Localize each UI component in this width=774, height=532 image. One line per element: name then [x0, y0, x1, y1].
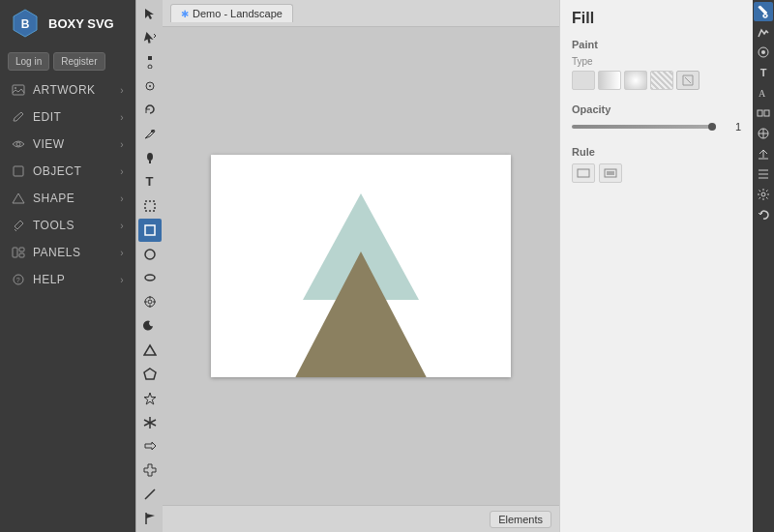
rule-evenodd-button[interactable] [599, 163, 622, 183]
select-tool-button[interactable] [138, 2, 162, 25]
sidebar-item-panels[interactable]: PANELS › [0, 239, 135, 266]
pentagon-icon [143, 368, 157, 381]
rectangle-icon [143, 223, 157, 237]
svg-rect-7 [13, 248, 17, 257]
pentagon-tool-button[interactable] [138, 363, 162, 386]
arrow-icon [143, 7, 157, 20]
arrow-shape-button[interactable] [138, 434, 162, 458]
canvas[interactable] [211, 155, 511, 377]
rectangle-tool-button[interactable] [138, 219, 162, 242]
sidebar-item-edit[interactable]: EDIT › [0, 103, 135, 131]
circle-tool-button[interactable] [138, 243, 162, 266]
sidebar-item-tools[interactable]: TOOLS › [0, 212, 135, 239]
node-tool-button[interactable] [138, 50, 162, 74]
flag-tool-button[interactable] [138, 507, 162, 530]
opacity-value: 1 [722, 121, 741, 133]
app-title: BOXY SVG [48, 16, 114, 31]
arrow-shape-icon [143, 439, 157, 453]
auth-buttons: Log in Register [0, 46, 135, 76]
sidebar-item-object[interactable]: OBJECT › [0, 158, 135, 185]
rotate-tool-button[interactable] [138, 98, 162, 121]
tools-panel: T [135, 0, 163, 532]
chevron-icon: › [120, 221, 124, 231]
target-icon [143, 295, 157, 309]
svg-rect-9 [19, 253, 24, 257]
pen-icon [143, 127, 157, 140]
text-icon: T [760, 67, 767, 78]
app-header: B BOXY SVG [0, 0, 135, 46]
sidebar-item-artwork[interactable]: ARTWORK › [0, 76, 135, 103]
font-icon: A [757, 86, 770, 100]
undo-icon [757, 208, 770, 222]
far-stroke-button[interactable] [754, 22, 773, 42]
svg-rect-38 [607, 171, 614, 175]
opacity-section: Opacity 1 [572, 103, 741, 133]
panels-icon [12, 246, 25, 259]
sidebar-item-help[interactable]: ? HELP › [0, 266, 135, 293]
frame-icon [143, 199, 157, 213]
text-tool-button[interactable]: T [138, 170, 162, 193]
login-button[interactable]: Log in [8, 52, 49, 71]
shape-icon [12, 192, 25, 205]
opacity-label: Opacity [572, 103, 741, 115]
far-opacity-button[interactable] [754, 43, 773, 62]
svg-line-34 [145, 489, 155, 499]
far-font-button[interactable]: A [754, 83, 773, 103]
nav-menu: ARTWORK › EDIT › VIEW › OBJECT [0, 76, 135, 532]
paint-type-linear-button[interactable] [598, 71, 621, 90]
edit-icon [12, 110, 25, 124]
far-undo-button[interactable] [754, 205, 773, 224]
curvature-tool-button[interactable] [138, 74, 162, 98]
svg-point-21 [145, 250, 155, 259]
far-export-button[interactable] [754, 144, 773, 163]
demo-tab[interactable]: ✱ Demo - Landscape [170, 4, 293, 22]
svg-point-22 [145, 275, 155, 281]
ellipse-tool-button[interactable] [138, 266, 162, 289]
elements-button[interactable]: Elements [490, 511, 551, 528]
svg-text:A: A [759, 88, 766, 99]
far-geometry-button[interactable] [754, 124, 773, 143]
line-tool-button[interactable] [138, 483, 162, 506]
moon-icon [143, 319, 157, 333]
far-fill-button[interactable] [754, 2, 773, 21]
canvas-svg [211, 155, 511, 377]
asterisk-tool-button[interactable] [138, 411, 162, 434]
brush-tool-button[interactable] [138, 146, 162, 169]
svg-point-4 [16, 142, 20, 146]
svg-rect-12 [148, 56, 152, 60]
circle-icon [143, 248, 157, 261]
node-icon [143, 55, 157, 69]
far-text-button[interactable]: T [754, 63, 773, 82]
far-more-button[interactable] [754, 164, 773, 184]
object-icon [12, 164, 25, 178]
sidebar-item-view[interactable]: VIEW › [0, 131, 135, 158]
svg-text:?: ? [16, 277, 20, 283]
svg-point-40 [761, 50, 765, 54]
transform-tool-button[interactable] [138, 26, 162, 49]
triangle-tool-button[interactable] [138, 339, 162, 362]
fill-bucket-icon [757, 5, 770, 18]
svg-rect-19 [145, 201, 155, 211]
view-icon [12, 137, 25, 151]
far-compose-button[interactable] [754, 103, 773, 123]
far-settings-button[interactable] [754, 185, 773, 204]
frame-tool-button[interactable] [138, 194, 162, 218]
opacity-icon [757, 45, 770, 59]
paint-type-solid-button[interactable] [572, 71, 595, 90]
moon-tool-button[interactable] [138, 314, 162, 338]
sidebar-item-shape[interactable]: SHAPE › [0, 185, 135, 212]
paint-type-swatch-button[interactable] [676, 71, 700, 90]
paint-type-pattern-button[interactable] [650, 71, 673, 90]
paint-type-radial-button[interactable] [624, 71, 647, 90]
cross-tool-button[interactable] [138, 458, 162, 482]
pen-tool-button[interactable] [138, 122, 162, 145]
type-label: Type [572, 56, 741, 67]
star-tool-button[interactable] [138, 387, 162, 410]
register-button[interactable]: Register [53, 52, 104, 71]
rule-nonzero-button[interactable] [572, 163, 595, 183]
target-tool-button[interactable] [138, 290, 162, 313]
bottom-bar: Elements [163, 505, 559, 532]
svg-point-24 [148, 300, 152, 304]
opacity-slider[interactable] [572, 125, 716, 129]
svg-line-6 [15, 229, 16, 231]
